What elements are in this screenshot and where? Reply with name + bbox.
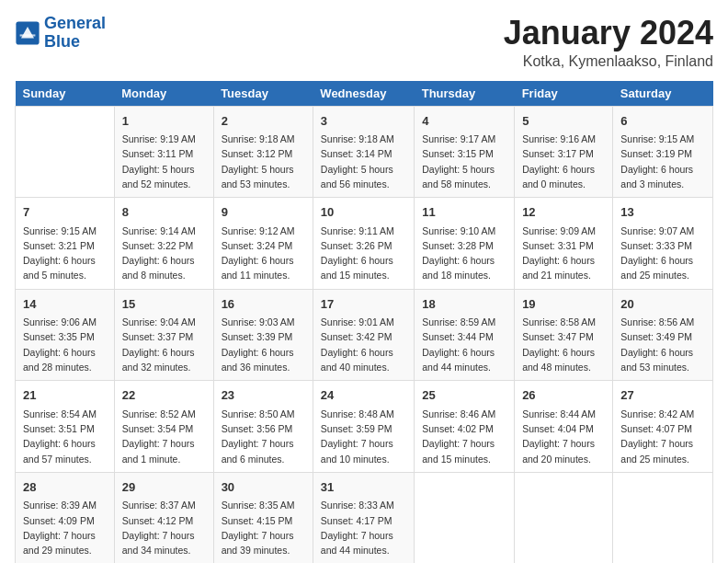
calendar-table: SundayMondayTuesdayWednesdayThursdayFrid… [15,81,713,563]
day-number: 31 [321,478,406,497]
day-info: Sunrise: 8:46 AM Sunset: 4:02 PM Dayligh… [422,407,506,466]
day-info: Sunrise: 8:50 AM Sunset: 3:56 PM Dayligh… [222,407,305,466]
calendar-week-row: 14Sunrise: 9:06 AM Sunset: 3:35 PM Dayli… [16,289,713,381]
calendar-cell: 13Sunrise: 9:07 AM Sunset: 3:33 PM Dayli… [613,198,713,290]
day-number: 24 [321,386,406,405]
day-number: 16 [222,295,305,314]
day-info: Sunrise: 9:15 AM Sunset: 3:19 PM Dayligh… [620,132,705,191]
day-number: 23 [222,386,305,405]
calendar-cell: 25Sunrise: 8:46 AM Sunset: 4:02 PM Dayli… [415,381,515,473]
day-info: Sunrise: 9:18 AM Sunset: 3:14 PM Dayligh… [321,132,406,191]
day-number: 25 [422,386,506,405]
logo-text: General Blue [44,15,106,52]
day-info: Sunrise: 8:56 AM Sunset: 3:49 PM Dayligh… [620,315,705,374]
calendar-week-row: 28Sunrise: 8:39 AM Sunset: 4:09 PM Dayli… [16,472,713,563]
calendar-cell: 19Sunrise: 8:58 AM Sunset: 3:47 PM Dayli… [515,289,613,381]
calendar-cell: 3Sunrise: 9:18 AM Sunset: 3:14 PM Daylig… [313,106,414,198]
logo-line1: General [44,14,106,32]
calendar-week-row: 1Sunrise: 9:19 AM Sunset: 3:11 PM Daylig… [16,106,713,198]
day-number: 5 [522,112,605,131]
day-number: 13 [620,203,705,222]
calendar-cell [415,472,515,563]
day-info: Sunrise: 9:04 AM Sunset: 3:37 PM Dayligh… [122,315,206,374]
day-number: 2 [222,112,305,131]
calendar-cell: 9Sunrise: 9:12 AM Sunset: 3:24 PM Daylig… [213,198,313,290]
weekday-header-sunday: Sunday [16,81,115,107]
calendar-cell: 14Sunrise: 9:06 AM Sunset: 3:35 PM Dayli… [16,289,115,381]
day-number: 4 [422,112,506,131]
calendar-week-row: 7Sunrise: 9:15 AM Sunset: 3:21 PM Daylig… [16,198,713,290]
day-info: Sunrise: 8:52 AM Sunset: 3:54 PM Dayligh… [122,407,206,466]
calendar-cell: 29Sunrise: 8:37 AM Sunset: 4:12 PM Dayli… [114,472,213,563]
day-number: 20 [620,295,705,314]
day-info: Sunrise: 8:48 AM Sunset: 3:59 PM Dayligh… [321,407,406,466]
day-number: 15 [122,295,206,314]
calendar-cell: 28Sunrise: 8:39 AM Sunset: 4:09 PM Dayli… [16,472,115,563]
title-block: January 2024 Kotka, Kymenlaakso, Finland [504,15,713,70]
day-number: 30 [222,478,305,497]
calendar-cell: 26Sunrise: 8:44 AM Sunset: 4:04 PM Dayli… [515,381,613,473]
day-info: Sunrise: 8:42 AM Sunset: 4:07 PM Dayligh… [620,407,705,466]
day-info: Sunrise: 8:35 AM Sunset: 4:15 PM Dayligh… [222,498,305,557]
day-number: 3 [321,112,406,131]
day-number: 29 [122,478,206,497]
calendar-cell: 20Sunrise: 8:56 AM Sunset: 3:49 PM Dayli… [613,289,713,381]
day-info: Sunrise: 9:11 AM Sunset: 3:26 PM Dayligh… [321,224,406,283]
logo-icon [15,20,40,46]
calendar-cell: 8Sunrise: 9:14 AM Sunset: 3:22 PM Daylig… [114,198,213,290]
day-info: Sunrise: 9:19 AM Sunset: 3:11 PM Dayligh… [122,132,206,191]
day-number: 9 [222,203,305,222]
calendar-cell: 23Sunrise: 8:50 AM Sunset: 3:56 PM Dayli… [213,381,313,473]
day-number: 10 [321,203,406,222]
svg-rect-2 [20,34,36,36]
weekday-header-thursday: Thursday [415,81,515,107]
day-number: 1 [122,112,206,131]
calendar-cell [613,472,713,563]
calendar-cell: 15Sunrise: 9:04 AM Sunset: 3:37 PM Dayli… [114,289,213,381]
day-info: Sunrise: 8:59 AM Sunset: 3:44 PM Dayligh… [422,315,506,374]
day-number: 6 [620,112,705,131]
calendar-cell: 17Sunrise: 9:01 AM Sunset: 3:42 PM Dayli… [313,289,414,381]
calendar-cell: 27Sunrise: 8:42 AM Sunset: 4:07 PM Dayli… [613,381,713,473]
day-number: 26 [522,386,605,405]
day-number: 19 [522,295,605,314]
day-info: Sunrise: 9:17 AM Sunset: 3:15 PM Dayligh… [422,132,506,191]
calendar-cell: 1Sunrise: 9:19 AM Sunset: 3:11 PM Daylig… [114,106,213,198]
weekday-header-wednesday: Wednesday [313,81,414,107]
calendar-subtitle: Kotka, Kymenlaakso, Finland [504,53,713,70]
day-info: Sunrise: 8:33 AM Sunset: 4:17 PM Dayligh… [321,498,406,557]
calendar-cell: 16Sunrise: 9:03 AM Sunset: 3:39 PM Dayli… [213,289,313,381]
weekday-header-tuesday: Tuesday [213,81,313,107]
calendar-cell: 31Sunrise: 8:33 AM Sunset: 4:17 PM Dayli… [313,472,414,563]
day-info: Sunrise: 9:16 AM Sunset: 3:17 PM Dayligh… [522,132,605,191]
day-number: 28 [23,478,107,497]
day-info: Sunrise: 9:14 AM Sunset: 3:22 PM Dayligh… [122,224,206,283]
weekday-header-monday: Monday [114,81,213,107]
day-info: Sunrise: 9:07 AM Sunset: 3:33 PM Dayligh… [620,224,705,283]
day-info: Sunrise: 9:15 AM Sunset: 3:21 PM Dayligh… [23,224,107,283]
calendar-cell: 2Sunrise: 9:18 AM Sunset: 3:12 PM Daylig… [213,106,313,198]
calendar-cell: 4Sunrise: 9:17 AM Sunset: 3:15 PM Daylig… [415,106,515,198]
day-number: 22 [122,386,206,405]
day-number: 11 [422,203,506,222]
calendar-cell: 21Sunrise: 8:54 AM Sunset: 3:51 PM Dayli… [16,381,115,473]
day-number: 8 [122,203,206,222]
calendar-cell: 12Sunrise: 9:09 AM Sunset: 3:31 PM Dayli… [515,198,613,290]
calendar-cell [16,106,115,198]
day-info: Sunrise: 8:44 AM Sunset: 4:04 PM Dayligh… [522,407,605,466]
weekday-header-friday: Friday [515,81,613,107]
logo: General Blue [15,15,106,52]
day-info: Sunrise: 9:12 AM Sunset: 3:24 PM Dayligh… [222,224,305,283]
calendar-cell [515,472,613,563]
calendar-cell: 24Sunrise: 8:48 AM Sunset: 3:59 PM Dayli… [313,381,414,473]
day-info: Sunrise: 9:06 AM Sunset: 3:35 PM Dayligh… [23,315,107,374]
day-info: Sunrise: 9:09 AM Sunset: 3:31 PM Dayligh… [522,224,605,283]
day-number: 14 [23,295,107,314]
weekday-header-saturday: Saturday [613,81,713,107]
calendar-cell: 5Sunrise: 9:16 AM Sunset: 3:17 PM Daylig… [515,106,613,198]
day-number: 17 [321,295,406,314]
weekday-header-row: SundayMondayTuesdayWednesdayThursdayFrid… [16,81,713,107]
calendar-week-row: 21Sunrise: 8:54 AM Sunset: 3:51 PM Dayli… [16,381,713,473]
calendar-cell: 10Sunrise: 9:11 AM Sunset: 3:26 PM Dayli… [313,198,414,290]
day-number: 12 [522,203,605,222]
